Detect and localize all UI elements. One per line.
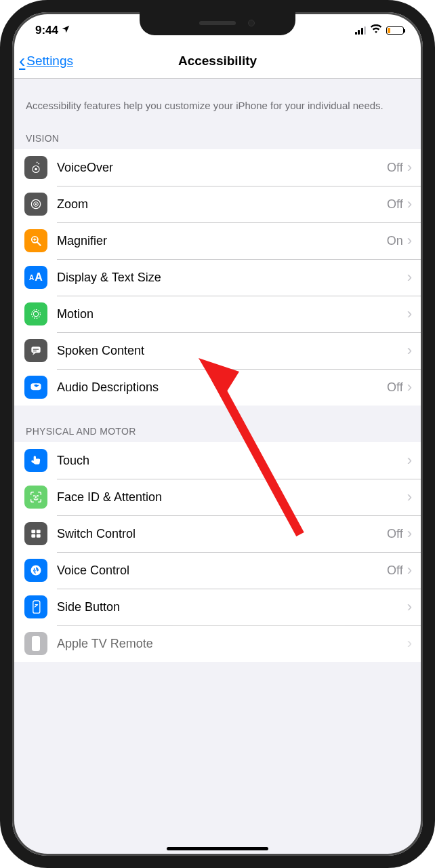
- row-value: Off: [387, 527, 403, 541]
- row-label: Audio Descriptions: [57, 380, 387, 395]
- zoom-icon: [24, 193, 47, 216]
- home-indicator[interactable]: [167, 847, 268, 850]
- chevron-right-icon: ›: [407, 232, 412, 250]
- chevron-right-icon: ›: [407, 342, 412, 359]
- svg-point-17: [37, 496, 38, 496]
- row-spoken-content[interactable]: Spoken Content ›: [12, 332, 423, 369]
- battery-icon: [386, 26, 404, 35]
- svg-rect-23: [33, 601, 40, 613]
- svg-point-10: [33, 312, 38, 317]
- chevron-right-icon: ›: [407, 561, 412, 579]
- row-label: Voice Control: [57, 564, 387, 578]
- chevron-right-icon: ›: [407, 305, 412, 323]
- row-face-id[interactable]: Face ID & Attention ›: [12, 479, 423, 515]
- svg-point-1: [35, 168, 37, 171]
- row-magnifier[interactable]: Magnifier On ›: [12, 222, 423, 259]
- svg-rect-19: [37, 530, 41, 533]
- section-header-vision: VISION: [12, 118, 423, 149]
- svg-rect-20: [31, 534, 35, 538]
- chevron-right-icon: ›: [407, 159, 412, 176]
- row-zoom[interactable]: Zoom Off ›: [12, 186, 423, 222]
- row-label: VoiceOver: [57, 161, 387, 175]
- wifi-icon: [370, 24, 382, 37]
- svg-point-4: [35, 203, 37, 205]
- magnifier-icon: [24, 229, 47, 252]
- row-voiceover[interactable]: VoiceOver Off ›: [12, 149, 423, 186]
- side-button-icon: [24, 595, 47, 618]
- row-label: Apple TV Remote: [57, 637, 407, 651]
- row-label: Display & Text Size: [57, 271, 407, 285]
- row-value: Off: [387, 197, 403, 212]
- chevron-right-icon: ›: [407, 452, 412, 469]
- remote-icon: [24, 632, 47, 655]
- status-time: 9:44: [35, 24, 58, 37]
- chevron-right-icon: ›: [407, 635, 412, 652]
- switch-control-icon: [24, 522, 47, 545]
- svg-line-6: [37, 242, 41, 245]
- row-label: Side Button: [57, 600, 407, 614]
- cellular-signal-icon: [355, 26, 367, 35]
- row-value: On: [387, 234, 403, 248]
- physical-list: Touch › Face ID & Attention › Switch Con…: [12, 442, 423, 662]
- row-value: Off: [387, 161, 403, 175]
- face-id-icon: [24, 486, 47, 509]
- device-notch: [140, 11, 295, 35]
- motion-icon: [24, 302, 47, 326]
- svg-text:❞: ❞: [35, 384, 37, 390]
- audio-description-icon: ❞: [24, 376, 47, 399]
- row-side-button[interactable]: Side Button ›: [12, 589, 423, 625]
- row-value: Off: [387, 380, 403, 395]
- voice-control-icon: [24, 559, 47, 582]
- row-value: Off: [387, 564, 403, 578]
- nav-bar: ‹ Settings Accessibility: [12, 43, 423, 79]
- chevron-right-icon: ›: [407, 598, 412, 616]
- chevron-right-icon: ›: [407, 488, 412, 506]
- chevron-right-icon: ›: [407, 195, 412, 213]
- row-display-text-size[interactable]: AA Display & Text Size ›: [12, 259, 423, 296]
- row-label: Switch Control: [57, 527, 387, 541]
- chevron-right-icon: ›: [407, 378, 412, 396]
- row-voice-control[interactable]: Voice Control Off ›: [12, 552, 423, 589]
- back-button[interactable]: ‹ Settings: [12, 52, 73, 71]
- svg-rect-12: [33, 349, 39, 350]
- row-label: Motion: [57, 307, 407, 321]
- row-label: Touch: [57, 454, 407, 468]
- section-header-physical: PHYSICAL AND MOTOR: [12, 406, 423, 442]
- speech-bubble-icon: [24, 339, 47, 362]
- row-touch[interactable]: Touch ›: [12, 442, 423, 479]
- svg-point-22: [31, 566, 41, 576]
- svg-rect-13: [33, 351, 37, 351]
- location-arrow-icon: [61, 24, 70, 37]
- touch-icon: [24, 449, 47, 472]
- svg-rect-18: [31, 530, 35, 533]
- row-switch-control[interactable]: Switch Control Off ›: [12, 515, 423, 552]
- row-apple-tv-remote[interactable]: Apple TV Remote ›: [12, 625, 423, 662]
- chevron-right-icon: ›: [407, 525, 412, 542]
- row-audio-descriptions[interactable]: ❞ Audio Descriptions Off ›: [12, 369, 423, 406]
- svg-rect-24: [32, 636, 40, 651]
- settings-content[interactable]: Accessibility features help you customiz…: [12, 79, 423, 856]
- chevron-right-icon: ›: [407, 269, 412, 286]
- row-label: Zoom: [57, 197, 387, 212]
- svg-point-9: [32, 310, 41, 319]
- header-description: Accessibility features help you customiz…: [12, 79, 423, 118]
- row-label: Magnifier: [57, 234, 387, 248]
- voiceover-icon: [24, 156, 47, 179]
- svg-rect-21: [37, 534, 41, 538]
- chevron-left-icon: ‹: [19, 52, 25, 71]
- text-size-icon: AA: [24, 266, 47, 289]
- vision-list: VoiceOver Off › Zoom Off › Magnifier On …: [12, 149, 423, 406]
- back-label: Settings: [26, 54, 73, 68]
- row-motion[interactable]: Motion ›: [12, 296, 423, 332]
- svg-point-16: [34, 496, 35, 496]
- row-label: Face ID & Attention: [57, 490, 407, 505]
- page-title: Accessibility: [178, 54, 257, 68]
- row-label: Spoken Content: [57, 344, 407, 358]
